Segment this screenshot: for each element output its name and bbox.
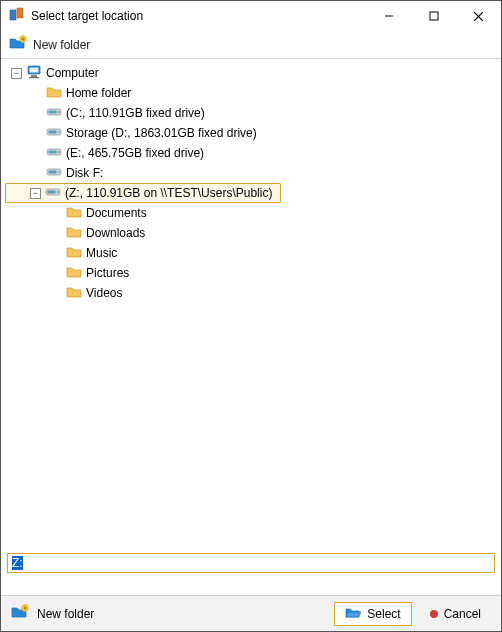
tree-node-drive-z[interactable]: − (Z:, 110.91GB on \\TEST\Users\Public) [5,183,281,203]
drive-icon [46,106,62,120]
bottom-bar: New folder Select Cancel [1,595,501,631]
title-bar: Select target location [1,1,501,31]
svg-point-20 [58,131,60,133]
cancel-button-label: Cancel [444,607,481,621]
select-button-label: Select [367,607,400,621]
tree-node-videos[interactable]: Videos [5,283,497,303]
maximize-button[interactable] [411,1,456,31]
select-button[interactable]: Select [334,602,411,626]
expand-toggle[interactable]: − [11,68,22,79]
svg-point-23 [58,151,60,153]
toolbar-top: New folder [1,31,501,59]
new-folder-label-bottom[interactable]: New folder [37,607,94,621]
drive-icon [46,126,62,140]
tree-node-home[interactable]: Home folder [5,83,497,103]
svg-rect-19 [49,131,57,134]
tree-label: Home folder [66,86,131,100]
new-folder-icon[interactable] [9,35,27,54]
cancel-button[interactable]: Cancel [420,602,491,626]
open-folder-icon [345,606,361,622]
tree-label: (C:, 110.91GB fixed drive) [66,106,205,120]
svg-rect-1 [17,8,23,18]
tree-label: Documents [86,206,147,220]
folder-icon [46,85,62,101]
tree-node-drive-e[interactable]: (E:, 465.75GB fixed drive) [5,143,497,163]
svg-rect-0 [10,10,16,20]
new-folder-label-top[interactable]: New folder [33,38,90,52]
svg-rect-14 [29,77,39,78]
path-input[interactable] [7,553,495,573]
folder-icon [66,265,82,281]
tree-label: Disk F: [66,166,103,180]
folder-icon [66,245,82,261]
svg-rect-12 [30,67,39,72]
tree-node-computer[interactable]: − Computer [5,63,497,83]
svg-rect-25 [49,171,57,174]
tree-label: Videos [86,286,122,300]
svg-rect-28 [48,191,56,194]
tree-label: (E:, 465.75GB fixed drive) [66,146,204,160]
folder-icon [66,285,82,301]
expand-toggle[interactable]: − [30,188,41,199]
tree-node-documents[interactable]: Documents [5,203,497,223]
computer-icon [26,65,42,82]
drive-icon [46,166,62,180]
close-button[interactable] [456,1,501,31]
svg-point-29 [57,191,59,193]
tree-node-downloads[interactable]: Downloads [5,223,497,243]
svg-rect-5 [430,12,438,20]
app-icon [9,7,25,26]
svg-rect-16 [49,111,57,114]
folder-icon [66,225,82,241]
tree-node-disk-f[interactable]: Disk F: [5,163,497,183]
tree-label: Downloads [86,226,145,240]
tree-label: Pictures [86,266,129,280]
tree-label: (Z:, 110.91GB on \\TEST\Users\Public) [65,186,272,200]
minimize-button[interactable] [366,1,411,31]
drive-icon [46,146,62,160]
cancel-icon [430,610,438,618]
tree-label: Music [86,246,117,260]
tree-node-drive-c[interactable]: (C:, 110.91GB fixed drive) [5,103,497,123]
tree-label: Storage (D:, 1863.01GB fixed drive) [66,126,257,140]
tree-node-pictures[interactable]: Pictures [5,263,497,283]
tree-node-drive-d[interactable]: Storage (D:, 1863.01GB fixed drive) [5,123,497,143]
window-title: Select target location [31,9,143,23]
path-area [1,549,501,595]
drive-icon [45,186,61,200]
svg-rect-13 [31,75,37,77]
svg-point-17 [58,111,60,113]
svg-point-26 [58,171,60,173]
new-folder-icon[interactable] [11,604,29,623]
tree-node-music[interactable]: Music [5,243,497,263]
svg-rect-22 [49,151,57,154]
folder-icon [66,205,82,221]
tree-label: Computer [46,66,99,80]
location-tree[interactable]: − Computer Home folder (C:, 110.91GB fix… [1,59,501,549]
